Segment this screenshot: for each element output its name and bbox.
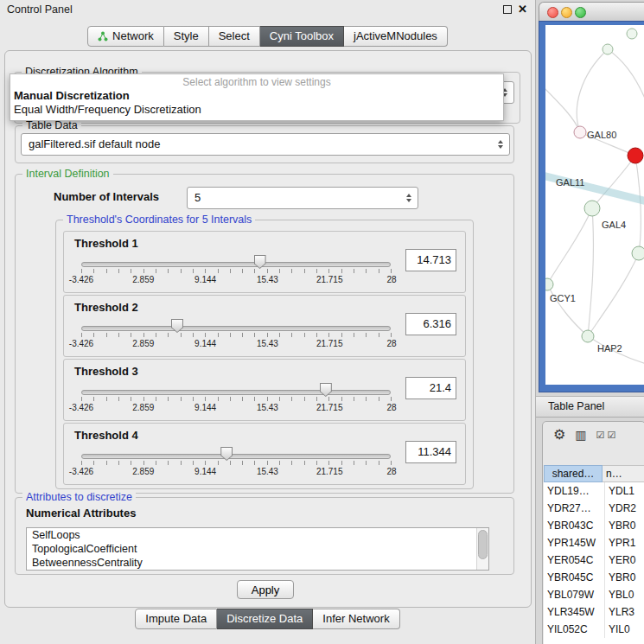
threshold-2-value[interactable]: 6.316 bbox=[405, 313, 456, 335]
network-canvas[interactable]: GAL80 GAL11 GAL4 GCY1 HAP2 bbox=[545, 25, 644, 385]
network-graph: GAL80 GAL11 GAL4 GCY1 HAP2 bbox=[545, 25, 644, 385]
network-icon bbox=[98, 31, 108, 41]
network-window-titlebar[interactable] bbox=[539, 2, 644, 22]
float-window-icon[interactable] bbox=[503, 5, 512, 14]
slider-ticks bbox=[81, 269, 392, 273]
tab-jactivemnodules[interactable]: jActiveMNodules bbox=[344, 26, 448, 47]
settings-gear-icon[interactable]: ⚙ bbox=[553, 428, 565, 442]
tab-network[interactable]: Network bbox=[87, 26, 164, 47]
slider-track[interactable] bbox=[81, 390, 391, 395]
dropdown-item-manual-discretization[interactable]: Manual Discretization bbox=[10, 89, 503, 103]
table-data-group: Table Data galFiltered.sif default node bbox=[15, 125, 514, 163]
threshold-1-slider[interactable] bbox=[81, 254, 391, 273]
node-label-gal4: GAL4 bbox=[602, 220, 626, 230]
list-scrollbar[interactable] bbox=[476, 528, 488, 570]
number-of-intervals-label: Number of Intervals bbox=[54, 190, 159, 203]
cyni-toolbox-panel: Discretization Algorithm Select algorith… bbox=[4, 50, 532, 608]
cyni-bottom-tabbar: Impute Data Discretize Data Infer Networ… bbox=[0, 609, 535, 629]
table-data-combobox[interactable]: galFiltered.sif default node bbox=[21, 133, 510, 156]
network-node[interactable] bbox=[627, 29, 637, 39]
tab-cyni-toolbox[interactable]: Cyni Toolbox bbox=[260, 26, 344, 47]
combo-stepper-icon[interactable] bbox=[402, 188, 415, 208]
network-node-hap2[interactable] bbox=[582, 330, 594, 342]
slider-track[interactable] bbox=[81, 262, 391, 267]
slider-scale: -3.426 2.859 9.144 15.43 21.715 28 bbox=[81, 403, 392, 413]
dropdown-item-equal-width-frequency[interactable]: Equal Width/Frequency Discretization bbox=[10, 103, 503, 117]
select-all-icon[interactable]: ☑ bbox=[596, 430, 605, 440]
number-of-intervals-value: 5 bbox=[194, 188, 201, 208]
network-node-gal4[interactable] bbox=[584, 201, 600, 216]
threshold-3-value[interactable]: 21.4 bbox=[405, 377, 456, 399]
column-header-name[interactable]: n… bbox=[603, 465, 644, 482]
table-row[interactable]: YDL19…YDL1 bbox=[544, 482, 644, 500]
thresholds-group-title: Threshold's Coordinates for 5 Intervals bbox=[63, 214, 255, 226]
threshold-1-value[interactable]: 14.713 bbox=[405, 249, 456, 271]
tab-select[interactable]: Select bbox=[209, 26, 260, 47]
tab-discretize-data[interactable]: Discretize Data bbox=[217, 609, 313, 629]
network-view-window: GAL80 GAL11 GAL4 GCY1 HAP2 bbox=[539, 2, 644, 392]
threshold-3-slider[interactable] bbox=[81, 382, 391, 401]
network-node-gcy1[interactable] bbox=[545, 278, 553, 290]
threshold-3-panel: Threshold 3 -3.426 2.859 9.144 15.43 21.… bbox=[63, 359, 466, 421]
table-row[interactable]: YLR345WYLR3 bbox=[544, 603, 644, 621]
interval-definition-group: Interval Definition Number of Intervals … bbox=[15, 174, 514, 494]
network-node-selected[interactable] bbox=[628, 148, 643, 163]
zoom-window-icon[interactable] bbox=[575, 7, 586, 18]
interval-definition-group-title: Interval Definition bbox=[22, 168, 113, 180]
list-item-betweennesscentrality[interactable]: BetweennessCentrality bbox=[27, 556, 488, 570]
slider-scale: -3.426 2.859 9.144 15.43 21.715 28 bbox=[81, 339, 392, 349]
table-data-combobox-value: galFiltered.sif default node bbox=[29, 134, 160, 155]
number-of-intervals-combobox[interactable]: 5 bbox=[187, 187, 418, 209]
slider-ticks bbox=[81, 333, 392, 337]
dropdown-placeholder: Select algorithm to view settings bbox=[10, 76, 503, 89]
table-row[interactable]: YBR043CYBR0 bbox=[544, 517, 644, 534]
slider-ticks bbox=[81, 397, 392, 401]
threshold-1-label: Threshold 1 bbox=[74, 237, 138, 250]
numerical-attributes-list: SelfLoops TopologicalCoefficient Between… bbox=[26, 527, 489, 571]
minimize-window-icon[interactable] bbox=[561, 7, 572, 18]
tab-style[interactable]: Style bbox=[164, 26, 209, 47]
window-title: Control Panel bbox=[7, 3, 73, 16]
network-node-gal80[interactable] bbox=[574, 126, 586, 138]
table-row[interactable]: YBL079WYBL0 bbox=[544, 586, 644, 603]
slider-scale: -3.426 2.859 9.144 15.43 21.715 28 bbox=[81, 467, 392, 477]
threshold-4-slider[interactable] bbox=[81, 446, 391, 465]
table-row[interactable]: YBR045CYBR0 bbox=[544, 569, 644, 586]
tab-infer-network[interactable]: Infer Network bbox=[313, 609, 399, 629]
table-row[interactable]: YPR145WYPR1 bbox=[544, 534, 644, 552]
threshold-1-panel: Threshold 1 -3.426 2.859 9.144 15.43 21.… bbox=[63, 231, 466, 293]
close-icon[interactable]: ✕ bbox=[518, 3, 527, 16]
control-panel-tabbar: Network Style Select Cyni Toolbox jActiv… bbox=[0, 26, 535, 47]
combo-stepper-icon[interactable] bbox=[494, 134, 507, 155]
control-panel-window: Control Panel ✕ Network Style Select Cyn… bbox=[0, 0, 536, 644]
table-panel-title: Table Panel bbox=[548, 400, 604, 412]
column-header-shared-name[interactable]: shared… bbox=[544, 465, 603, 482]
select-none-icon[interactable]: ☑ bbox=[607, 430, 615, 440]
threshold-4-value[interactable]: 11.344 bbox=[405, 441, 456, 463]
slider-scale: -3.426 2.859 9.144 15.43 21.715 28 bbox=[81, 275, 392, 285]
column-selector-icon[interactable]: ▥ bbox=[575, 429, 586, 441]
slider-track[interactable] bbox=[81, 454, 391, 459]
control-panel-titlebar: Control Panel ✕ bbox=[0, 0, 535, 19]
scrollbar-thumb[interactable] bbox=[478, 530, 488, 559]
threshold-3-label: Threshold 3 bbox=[74, 365, 138, 378]
node-table: shared… n… YDL19…YDL1 YDR27…YDR2 YBR043C… bbox=[544, 465, 644, 644]
numerical-attributes-label: Numerical Attributes bbox=[26, 507, 136, 520]
threshold-4-label: Threshold 4 bbox=[74, 429, 138, 442]
table-row[interactable]: YDR27…YDR2 bbox=[544, 500, 644, 517]
network-node[interactable] bbox=[603, 44, 613, 54]
table-panel-header: Table Panel bbox=[536, 396, 644, 418]
slider-track[interactable] bbox=[81, 326, 391, 331]
threshold-2-slider[interactable] bbox=[81, 318, 391, 337]
network-node[interactable] bbox=[632, 246, 644, 260]
close-window-icon[interactable] bbox=[547, 7, 558, 18]
node-label-hap2: HAP2 bbox=[597, 343, 622, 354]
slider-ticks bbox=[81, 461, 392, 465]
tab-impute-data[interactable]: Impute Data bbox=[135, 609, 217, 629]
list-item-topologicalcoefficient[interactable]: TopologicalCoefficient bbox=[27, 542, 488, 556]
apply-button[interactable]: Apply bbox=[237, 580, 294, 599]
table-row[interactable]: YER054CYER0 bbox=[544, 552, 644, 569]
list-item-selfloops[interactable]: SelfLoops bbox=[27, 528, 488, 542]
node-label-gcy1: GCY1 bbox=[550, 293, 576, 303]
table-row[interactable]: YIL052CYIL0 bbox=[544, 621, 644, 638]
